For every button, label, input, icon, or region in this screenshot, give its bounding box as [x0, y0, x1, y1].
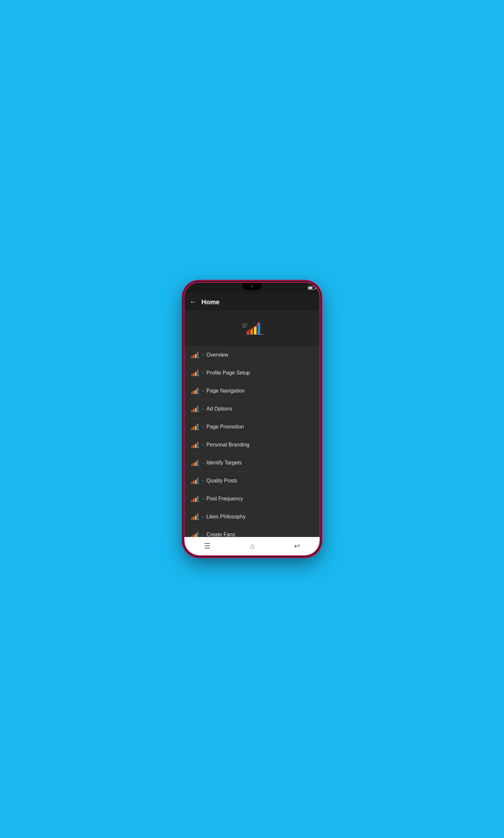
- bottom-nav: ☰ ⌂ ↩: [184, 537, 320, 555]
- svg-rect-13: [197, 353, 198, 358]
- svg-marker-62: [197, 495, 199, 497]
- back-button[interactable]: ←: [190, 298, 197, 306]
- menu-list: - Overview - Profile Page Setup: [184, 346, 320, 537]
- menu-item-personal-branding[interactable]: - Personal Branding: [184, 436, 320, 454]
- menu-icon-identify-targets: [191, 459, 200, 466]
- menu-item-post-frequency[interactable]: - Post Frequency: [184, 490, 320, 508]
- svg-rect-25: [197, 389, 198, 394]
- menu-dash: -: [202, 406, 204, 412]
- svg-rect-46: [191, 464, 193, 466]
- camera: [251, 285, 253, 288]
- svg-rect-19: [197, 371, 198, 376]
- menu-item-page-promotion[interactable]: - Page Promotion: [184, 418, 320, 436]
- svg-rect-67: [197, 514, 198, 520]
- menu-label-page-navigation: Page Navigation: [206, 388, 245, 394]
- menu-icon-likes-philosophy: [191, 513, 200, 520]
- menu-icon-page-promotion: [191, 423, 200, 430]
- svg-rect-37: [197, 425, 198, 430]
- menu-label-personal-branding: Personal Branding: [206, 442, 249, 448]
- menu-label-overview: Overview: [206, 352, 228, 358]
- menu-dash: -: [202, 514, 204, 520]
- menu-item-quality-posts[interactable]: - Quality Posts: [184, 472, 320, 490]
- status-bar: [184, 283, 320, 293]
- battery-icon: [308, 286, 315, 290]
- svg-marker-14: [197, 351, 199, 353]
- hero-section: [184, 311, 320, 346]
- menu-item-identify-targets[interactable]: - Identify Targets: [184, 454, 320, 472]
- page-title: Home: [201, 298, 220, 306]
- phone-screen: ← Home: [184, 283, 320, 555]
- menu-dash: -: [202, 442, 204, 448]
- nav-back-button[interactable]: ↩: [288, 539, 307, 553]
- svg-rect-22: [191, 392, 193, 394]
- menu-label-profile-page-setup: Profile Page Setup: [206, 370, 250, 376]
- menu-dash: -: [202, 478, 204, 484]
- status-icons: [308, 286, 315, 290]
- svg-rect-34: [191, 428, 193, 430]
- svg-rect-28: [191, 410, 193, 412]
- svg-marker-32: [197, 405, 199, 407]
- svg-rect-58: [191, 500, 193, 502]
- menu-item-create-fans[interactable]: - Create Fans: [184, 526, 320, 537]
- svg-rect-55: [197, 478, 198, 484]
- menu-icon-overview: [191, 351, 200, 359]
- notch: [242, 283, 262, 290]
- svg-rect-49: [197, 461, 198, 466]
- nav-home-button[interactable]: ⌂: [244, 539, 261, 553]
- menu-icon-personal-branding: [191, 441, 200, 448]
- svg-rect-52: [191, 482, 193, 484]
- menu-icon-quality-posts: [191, 477, 200, 484]
- svg-rect-16: [191, 374, 193, 376]
- svg-marker-38: [197, 423, 199, 425]
- phone-frame: ← Home: [183, 282, 321, 556]
- menu-icon-page-navigation: [191, 387, 200, 394]
- menu-dash: -: [202, 496, 204, 502]
- menu-dash: -: [202, 460, 204, 466]
- menu-dash: -: [202, 388, 204, 394]
- menu-dash: -: [202, 370, 204, 376]
- menu-icon-post-frequency: [191, 495, 200, 502]
- svg-rect-64: [191, 518, 193, 520]
- svg-rect-10: [191, 356, 193, 358]
- svg-rect-4: [247, 331, 249, 335]
- menu-label-quality-posts: Quality Posts: [206, 478, 237, 484]
- menu-icon-ad-options: [191, 405, 200, 412]
- menu-icon-create-fans: [191, 531, 200, 537]
- menu-label-identify-targets: Identify Targets: [206, 460, 241, 466]
- svg-rect-40: [191, 446, 193, 448]
- svg-marker-50: [197, 459, 199, 461]
- svg-marker-8: [257, 321, 260, 324]
- menu-icon-profile-page-setup: [191, 369, 200, 377]
- svg-marker-20: [197, 369, 199, 371]
- nav-menu-button[interactable]: ☰: [197, 539, 217, 553]
- menu-label-likes-philosophy: Likes Philosophy: [206, 514, 246, 520]
- svg-marker-26: [197, 387, 199, 389]
- menu-label-page-promotion: Page Promotion: [206, 424, 244, 430]
- svg-rect-73: [197, 532, 198, 537]
- menu-dash: -: [202, 532, 204, 537]
- menu-label-ad-options: Ad Options: [206, 406, 232, 412]
- menu-dash: -: [202, 424, 204, 430]
- svg-rect-31: [197, 407, 198, 412]
- app-bar: ← Home: [184, 293, 320, 311]
- menu-label-create-fans: Create Fans: [206, 532, 235, 537]
- svg-marker-74: [197, 531, 199, 533]
- svg-rect-61: [197, 496, 198, 502]
- svg-rect-7: [257, 323, 260, 335]
- menu-item-page-navigation[interactable]: - Page Navigation: [184, 382, 320, 400]
- svg-marker-56: [197, 477, 199, 479]
- menu-dash: -: [202, 352, 204, 358]
- menu-item-likes-philosophy[interactable]: - Likes Philosophy: [184, 508, 320, 526]
- svg-rect-6: [254, 326, 256, 335]
- menu-item-overview[interactable]: - Overview: [184, 346, 320, 364]
- menu-item-ad-options[interactable]: - Ad Options: [184, 400, 320, 418]
- hero-chart-icon: [240, 318, 264, 337]
- svg-marker-44: [197, 441, 199, 443]
- menu-label-post-frequency: Post Frequency: [206, 496, 243, 502]
- svg-marker-68: [197, 513, 199, 515]
- menu-item-profile-page-setup[interactable]: - Profile Page Setup: [184, 364, 320, 382]
- svg-rect-43: [197, 443, 198, 448]
